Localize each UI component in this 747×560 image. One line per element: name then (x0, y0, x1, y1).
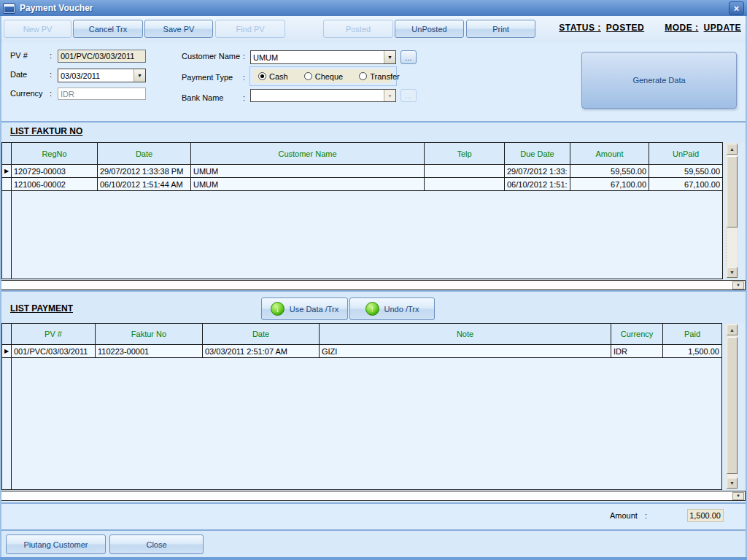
amount-total-value: 1,500.00 (689, 511, 721, 520)
customer-value: UMUM (251, 51, 384, 63)
save-pv-button[interactable]: Save PV (144, 20, 213, 38)
faktur-cell (425, 165, 505, 178)
payment-col-paid: Paid (663, 324, 721, 345)
faktur-cell (425, 178, 505, 191)
down-arrow-glyph: ↓ (275, 304, 279, 314)
payment-row-1[interactable]: ▶ 001/PVC/03/03/2011 110223-00001 03/03/… (2, 345, 721, 358)
bank-dropdown-icon[interactable]: ▼ (384, 90, 395, 101)
payment-table: PV # Faktur No Date Note Currency Paid ▶… (1, 323, 722, 490)
faktur-cell: 06/10/2012 1:51: (505, 178, 570, 191)
date-dropdown-icon[interactable]: ▼ (133, 69, 145, 82)
payment-indicator-strip (2, 358, 12, 489)
customer-dropdown-icon[interactable]: ▼ (384, 51, 395, 63)
close-button[interactable]: × (729, 1, 744, 15)
faktur-empty-area (2, 191, 722, 279)
customer-browse-label: ... (405, 56, 411, 59)
status-mode-area: STATUS : POSTED MODE : UPDATE (559, 23, 741, 33)
payment-scrollbar[interactable]: ▲ ▼ (726, 324, 738, 489)
customer-combo[interactable]: UMUM ▼ (250, 50, 396, 64)
faktur-col-amount: Amount (570, 143, 649, 165)
use-data-trx-button[interactable]: ↓ Use Data /Trx (261, 298, 348, 320)
undo-trx-button[interactable]: ↑ Undo /Trx (349, 298, 435, 320)
generate-data-button[interactable]: Generate Data (581, 52, 737, 109)
faktur-scroll-up-icon[interactable]: ▲ (727, 144, 738, 155)
payment-footer-dropdown-icon[interactable]: ▼ (732, 492, 744, 500)
bank-browse-label: ... (405, 94, 411, 97)
faktur-scroll-down-icon[interactable]: ▼ (727, 267, 738, 278)
customer-browse-button[interactable]: ... (400, 50, 417, 64)
use-data-icon: ↓ (271, 302, 285, 316)
posted-button[interactable]: Posted (323, 20, 393, 38)
find-pv-label: Find PV (236, 25, 264, 34)
faktur-scrollbar[interactable]: ▲ ▼ (726, 143, 738, 279)
unposted-button[interactable]: UnPosted (395, 20, 464, 38)
payment-scroll-down-icon[interactable]: ▼ (727, 478, 738, 489)
radio-transfer-icon (359, 72, 367, 80)
faktur-footer-dropdown-icon[interactable]: ▼ (732, 281, 744, 289)
pv-number-field[interactable]: 001/PVC/03/03/2011 (58, 50, 146, 63)
window-bottom-border (0, 557, 747, 560)
unposted-label: UnPosted (411, 25, 446, 34)
piutang-customer-button[interactable]: Piutang Customer (6, 534, 106, 554)
payment-section-strip: LIST PAYMENT ↓ Use Data /Trx ↑ Undo /Trx (0, 290, 747, 323)
faktur-cell: 59,550.00 (649, 165, 722, 178)
payment-cell: 1,500.00 (663, 345, 721, 358)
payment-scroll-thumb[interactable] (727, 337, 738, 474)
radio-transfer-label: Transfer (370, 72, 400, 81)
payment-col-faktur: Faktur No (96, 324, 203, 345)
currency-label: Currency (10, 89, 43, 98)
faktur-header-row: RegNo Date Customer Name Telp Due Date A… (2, 143, 722, 165)
radio-transfer[interactable]: Transfer (359, 72, 400, 81)
status-label: STATUS : (559, 23, 601, 33)
print-button[interactable]: Print (466, 20, 535, 38)
radio-cash[interactable]: Cash (258, 72, 288, 81)
radio-cheque-label: Cheque (315, 72, 344, 81)
close-window-button[interactable]: Close (109, 534, 204, 554)
up-arrow-glyph: ↑ (370, 304, 374, 314)
customer-name-colon: : (243, 52, 245, 61)
faktur-col-unpaid: UnPaid (649, 143, 722, 165)
payment-header-indicator (2, 324, 12, 345)
find-pv-button[interactable]: Find PV (215, 20, 285, 38)
bank-name-label: Bank Name (182, 93, 223, 102)
faktur-cell: 67,100.00 (570, 178, 649, 191)
faktur-footer-combo[interactable]: ▼ (1, 280, 746, 290)
faktur-row-1[interactable]: ▶ 120729-00003 29/07/2012 1:33:38 PM UMU… (2, 165, 722, 178)
cancel-trx-button[interactable]: Cancel Trx (73, 20, 143, 38)
faktur-table: RegNo Date Customer Name Telp Due Date A… (1, 142, 723, 279)
faktur-section-strip: LIST FAKTUR NO (0, 122, 747, 142)
radio-cheque[interactable]: Cheque (304, 72, 344, 81)
mode-value: UPDATE (704, 23, 741, 33)
payment-footer-combo[interactable]: ▼ (1, 491, 746, 501)
payment-cell: 110223-00001 (96, 345, 203, 358)
radio-cheque-icon (304, 72, 312, 80)
pv-number-label: PV # (10, 51, 28, 60)
payment-col-note: Note (320, 324, 611, 345)
faktur-scroll-thumb[interactable] (727, 156, 738, 228)
bank-value (251, 90, 384, 101)
window-icon (3, 3, 15, 14)
window-title: Payment Voucher (20, 3, 93, 13)
payment-cell: IDR (611, 345, 663, 358)
faktur-cell: 120729-00003 (12, 165, 98, 178)
currency-field[interactable]: IDR (58, 88, 146, 100)
close-window-label: Close (146, 540, 166, 549)
print-label: Print (492, 25, 509, 34)
pv-number-value: 001/PVC/03/03/2011 (61, 52, 134, 61)
payment-type-options: Cash Cheque Transfer (253, 69, 392, 83)
currency-value: IDR (61, 90, 74, 98)
faktur-cell: 29/07/2012 1:33: (505, 165, 570, 178)
payment-type-colon: : (243, 73, 245, 82)
date-combo[interactable]: 03/03/2011 ▼ (58, 69, 146, 82)
faktur-header-indicator (2, 143, 12, 165)
bank-browse-button[interactable]: ... (400, 89, 417, 102)
bank-combo[interactable]: ▼ (250, 89, 396, 102)
new-pv-label: New PV (23, 25, 53, 34)
radio-cash-label: Cash (269, 72, 288, 81)
row-indicator-empty (2, 178, 12, 191)
customer-name-label: Customer Name (182, 52, 240, 61)
date-value: 03/03/2011 (58, 69, 133, 82)
new-pv-button[interactable]: New PV (4, 20, 71, 38)
faktur-row-2[interactable]: 121006-00002 06/10/2012 1:51:44 AM UMUM … (2, 178, 722, 191)
payment-scroll-up-icon[interactable]: ▲ (727, 324, 738, 335)
